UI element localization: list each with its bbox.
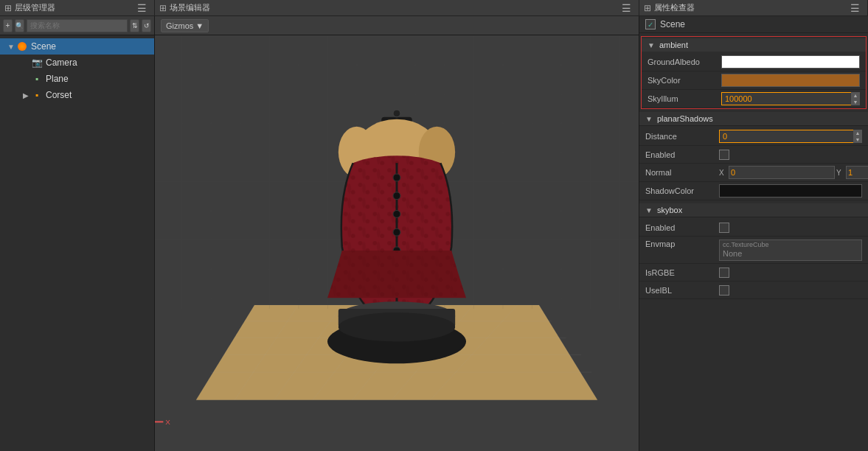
ambient-section-header[interactable]: ▼ ambient <box>642 38 866 52</box>
scene-menu-btn[interactable]: ☰ <box>619 2 634 14</box>
normal-x-label: X <box>719 169 728 177</box>
scene-title: 场景编辑器 <box>170 2 210 13</box>
envmap-row: Envmap cc.TextureCube <box>639 237 868 264</box>
use-ibl-row: UseIBL <box>639 282 868 299</box>
tree-item-plane[interactable]: ▪ Plane <box>0 71 154 87</box>
ps-enabled-value <box>719 150 862 160</box>
svg-point-37 <box>338 312 455 342</box>
corset-type-icon: ▪ <box>31 89 43 101</box>
normal-y-input[interactable] <box>846 166 868 179</box>
distance-row: Distance ▲ ▼ <box>639 127 868 146</box>
svg-point-28 <box>393 192 400 200</box>
sky-color-label: SkyColor <box>647 76 721 85</box>
shadow-color-row: ShadowColor <box>639 182 868 200</box>
distance-down-btn[interactable]: ▼ <box>853 136 862 143</box>
skybox-enabled-checkbox[interactable] <box>719 223 729 233</box>
normal-row: Normal X Y Z <box>639 164 868 182</box>
distance-input[interactable] <box>719 130 862 143</box>
inspector-panel: Scene ▼ ambient GroundAlbedo SkyColor <box>639 16 868 451</box>
envmap-type-label: cc.TextureCube <box>720 240 861 248</box>
sort-btn[interactable]: ⇅ <box>130 19 139 32</box>
scene-label: Scene <box>660 19 685 29</box>
isrgbe-label: IsRGBE <box>645 268 719 277</box>
ground-albedo-color[interactable] <box>721 55 860 69</box>
corset-expand-arrow[interactable]: ▶ <box>21 91 31 99</box>
refresh-btn[interactable]: ↺ <box>142 19 151 32</box>
tree-label-corset: Corset <box>46 90 72 100</box>
distance-spinners: ▲ ▼ <box>853 130 862 143</box>
normal-x-item: X <box>719 166 835 179</box>
hierarchy-toolbar: + 🔍 ⇅ ↺ <box>0 16 154 35</box>
sky-illum-input-group: ▲ ▼ <box>721 92 860 105</box>
distance-label: Distance <box>645 132 719 141</box>
ambient-collapse-icon: ▼ <box>647 41 655 49</box>
svg-point-29 <box>393 210 400 217</box>
skybox-enabled-label: Enabled <box>645 223 719 232</box>
planar-shadows-collapse-icon: ▼ <box>645 115 653 123</box>
sky-color-swatch[interactable] <box>721 74 860 87</box>
scene-expand-arrow[interactable]: ▼ <box>6 43 16 51</box>
add-node-btn[interactable]: + <box>3 19 13 32</box>
skybox-collapse-icon: ▼ <box>645 206 653 214</box>
sky-illum-down-btn[interactable]: ▼ <box>851 99 860 105</box>
scene-editor-panel: Gizmos ▼ <box>155 16 639 451</box>
normal-x-input[interactable] <box>729 166 835 179</box>
sky-illum-label: SkyIllum <box>647 94 721 103</box>
plane-type-icon: ▪ <box>31 73 43 85</box>
scene-type-icon <box>16 41 28 52</box>
inspector-title: 属性检查器 <box>654 2 695 13</box>
shadow-color-label: ShadowColor <box>645 186 719 195</box>
hierarchy-panel-header: ⊞ 层级管理器 ☰ <box>0 0 155 15</box>
skybox-enabled-row: Enabled <box>639 219 868 237</box>
ps-enabled-label: Enabled <box>645 150 719 159</box>
envmap-value: cc.TextureCube <box>719 240 862 261</box>
tree-item-corset[interactable]: ▶ ▪ Corset <box>0 87 154 103</box>
shadow-color-value <box>719 184 862 197</box>
sky-color-row: SkyColor <box>642 71 866 90</box>
ground-albedo-row: GroundAlbedo <box>642 53 866 71</box>
use-ibl-value <box>719 285 862 296</box>
scene-canvas[interactable]: X Y Z <box>155 35 639 451</box>
ps-enabled-checkbox[interactable] <box>719 150 729 160</box>
isrgbe-value <box>719 268 862 278</box>
use-ibl-checkbox[interactable] <box>719 285 729 296</box>
sky-illum-value: ▲ ▼ <box>721 92 860 105</box>
svg-text:X: X <box>165 418 170 426</box>
svg-point-27 <box>393 174 400 181</box>
skybox-section-header[interactable]: ▼ skybox <box>639 203 868 217</box>
planar-shadows-section-header[interactable]: ▼ planarShadows <box>639 112 868 126</box>
distance-up-btn[interactable]: ▲ <box>853 130 862 136</box>
search-btn[interactable]: 🔍 <box>15 19 24 32</box>
main-area: + 🔍 ⇅ ↺ ▼ Scene 📷 Camera <box>0 16 868 451</box>
hierarchy-menu-btn[interactable]: ☰ <box>134 2 150 14</box>
tree-item-scene[interactable]: ▼ Scene <box>0 38 154 55</box>
shadow-color-swatch[interactable] <box>719 184 862 197</box>
ambient-section-label: ambient <box>659 41 688 49</box>
ground-albedo-value <box>721 55 860 69</box>
scene-editor-panel-header: ⊞ 场景编辑器 ☰ <box>155 0 639 15</box>
gizmos-label: Gizmos <box>166 21 193 30</box>
gizmos-button[interactable]: Gizmos ▼ <box>161 19 209 32</box>
tree-item-camera[interactable]: 📷 Camera <box>0 55 154 71</box>
normal-value: X Y Z <box>719 166 868 179</box>
sky-illum-input[interactable] <box>721 92 860 105</box>
planar-shadows-label: planarShadows <box>657 114 713 123</box>
inspector-menu-btn[interactable]: ☰ <box>847 2 863 14</box>
scene-enabled-checkbox[interactable] <box>645 19 656 29</box>
tree-area: ▼ Scene 📷 Camera ▪ Plane <box>0 35 154 451</box>
sky-illum-spinners: ▲ ▼ <box>851 92 860 105</box>
normal-label: Normal <box>645 168 719 177</box>
tree-label-scene: Scene <box>31 41 56 52</box>
svg-point-30 <box>393 228 400 236</box>
normal-y-item: Y <box>836 166 868 179</box>
hierarchy-title: 层级管理器 <box>15 2 55 13</box>
ps-enabled-row: Enabled <box>639 146 868 164</box>
sky-illum-up-btn[interactable]: ▲ <box>851 92 860 99</box>
inspector-icon: ⊞ <box>644 3 651 13</box>
sky-color-value <box>721 74 860 87</box>
envmap-input[interactable] <box>720 248 861 260</box>
hierarchy-panel: + 🔍 ⇅ ↺ ▼ Scene 📷 Camera <box>0 16 155 451</box>
sky-illum-row: SkyIllum ▲ ▼ <box>642 90 866 108</box>
search-input[interactable] <box>27 19 128 32</box>
isrgbe-checkbox[interactable] <box>719 268 729 278</box>
